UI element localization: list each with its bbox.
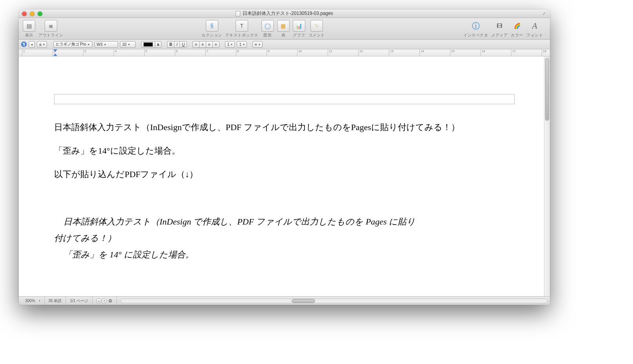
- font-size-select[interactable]: 10: [120, 41, 136, 48]
- close-button[interactable]: [22, 11, 27, 16]
- ruler-tick: 3: [83, 49, 86, 56]
- document-area[interactable]: 日本語斜体入力テスト（InDesignで作成し、PDF ファイルで出力したものを…: [19, 56, 550, 296]
- align-right-button[interactable]: ≡: [206, 41, 212, 48]
- app-window: 日本語斜体入力テスト-20130519-03.pages ⤢ ▤ 表示 ≣ アウ…: [19, 9, 550, 305]
- paragraph-2[interactable]: 「歪み」を14°に設定した場合。: [54, 143, 515, 159]
- font-family-select[interactable]: ヒラギノ角ゴ Pro: [53, 41, 93, 48]
- view-icon: ▤: [27, 23, 32, 29]
- columns-select[interactable]: 1: [237, 41, 247, 48]
- minimize-button[interactable]: [30, 11, 34, 16]
- tb-table[interactable]: ▦ 表: [277, 20, 290, 38]
- style-select[interactable]: a: [37, 41, 47, 48]
- horizontal-scroll-thumb[interactable]: [292, 299, 315, 303]
- ruler-tick: 16: [481, 49, 485, 56]
- status-bar: 300% 35 単語 1/1 ページ ▴ ▾ ⚙: [19, 296, 550, 305]
- page: 日本語斜体入力テスト（InDesignで作成し、PDF ファイルで出力したものを…: [19, 56, 550, 279]
- italic-button[interactable]: I: [174, 41, 180, 48]
- text-color-group: a: [141, 41, 162, 48]
- align-center-button[interactable]: ≡: [199, 41, 206, 48]
- page-down-button[interactable]: ▾: [102, 299, 107, 303]
- ruler-tick: 18: [542, 49, 546, 56]
- ruler-tick: 9: [267, 49, 269, 56]
- align-justify-button[interactable]: ≡: [212, 41, 219, 48]
- zoom-button[interactable]: [38, 11, 42, 16]
- ruler-tick: 6: [175, 49, 178, 56]
- fullscreen-button[interactable]: ⤢: [541, 11, 547, 16]
- page-up-button[interactable]: ▴: [96, 299, 101, 303]
- tb-view[interactable]: ▤ 表示: [23, 20, 35, 38]
- ruler-tick: 12: [358, 49, 363, 56]
- ruler-tick: 4: [114, 49, 116, 56]
- ruler-tick: 5: [144, 49, 147, 56]
- document-icon: [236, 11, 240, 16]
- ruler-tick: 8: [236, 49, 239, 56]
- list-style-select[interactable]: ≡: [252, 41, 263, 48]
- tb-chart[interactable]: 📊 グラフ: [293, 20, 305, 38]
- bold-button[interactable]: B: [167, 41, 174, 48]
- tb-textbox[interactable]: T テキストボックス: [225, 20, 258, 38]
- paragraph-3[interactable]: 以下が貼り込んだPDFファイル（↓）: [54, 166, 515, 183]
- text-color-swatch[interactable]: [141, 41, 155, 48]
- page-indicator[interactable]: 1/1 ページ: [66, 297, 93, 305]
- paragraph-1[interactable]: 日本語斜体入力テスト（InDesignで作成し、PDF ファイルで出力したものを…: [54, 119, 515, 136]
- ruler-tick: 13: [389, 49, 394, 56]
- ruler-tick: 15: [450, 49, 455, 56]
- horizontal-scrollbar[interactable]: [121, 299, 548, 303]
- settings-gear-icon[interactable]: ⚙: [108, 298, 112, 304]
- traffic-lights: [22, 11, 42, 16]
- tb-inspector[interactable]: ⓘ インスペクタ: [463, 20, 488, 38]
- zoom-select[interactable]: 300%: [21, 297, 45, 305]
- tb-fonts[interactable]: A フォント: [526, 20, 543, 38]
- line-spacing-select[interactable]: 1: [225, 41, 235, 48]
- ruler-tick: 14: [419, 49, 424, 56]
- window-title: 日本語斜体入力テスト-20130519-03.pages: [243, 10, 333, 17]
- alignment-group: ≡ ≡ ≡ ≡: [192, 41, 219, 48]
- biu-group: B I U: [167, 41, 187, 48]
- tb-outline[interactable]: ≣ アウトライン: [38, 20, 63, 38]
- main-toolbar: ▤ 表示 ≣ アウトライン § セクション T テキストボックス ◯ 図形 ▦ …: [19, 18, 550, 40]
- tb-comment[interactable]: ✎ コメント: [308, 20, 325, 38]
- italic-paragraph-2[interactable]: 「歪み」を 14° に設定した場合。: [54, 246, 515, 263]
- ruler-tick: 1: [22, 49, 25, 56]
- titlebar: 日本語斜体入力テスト-20130519-03.pages ⤢: [19, 9, 550, 18]
- underline-button[interactable]: U: [180, 41, 187, 48]
- vertical-scrollbar[interactable]: [544, 56, 550, 296]
- tb-colors[interactable]: 🌈 カラー: [511, 20, 523, 38]
- ruler-tick: 11: [328, 49, 332, 56]
- align-left-button[interactable]: ≡: [192, 41, 199, 48]
- format-bar: ¶ ◂ a ヒラギノ角ゴ Pro W3 10 a B I U ≡ ≡ ≡ ≡ 1…: [19, 40, 550, 49]
- ruler-tick: 17: [511, 49, 516, 56]
- paragraph-toggle[interactable]: ¶: [21, 42, 27, 47]
- ruler[interactable]: 123456789101112131415161718: [19, 49, 550, 56]
- font-weight-select[interactable]: W3: [94, 41, 118, 48]
- nav-back[interactable]: ◂: [29, 41, 35, 48]
- outline-icon: ≣: [49, 23, 53, 29]
- italic-paragraph-1a[interactable]: 日本語斜体入力テスト（InDesign で作成し、PDF ファイルで出力したもの…: [54, 214, 515, 230]
- ruler-tick: 7: [205, 49, 208, 56]
- tb-media[interactable]: 🎞 メディア: [491, 20, 508, 38]
- italic-paragraph-1b[interactable]: 付けてみる！）: [54, 230, 515, 246]
- word-count: 35 単語: [45, 297, 66, 305]
- header-placeholder[interactable]: [54, 94, 515, 104]
- ruler-tick: 2: [53, 49, 55, 56]
- ruler-tick: 10: [297, 49, 302, 56]
- vertical-scroll-thumb[interactable]: [545, 58, 549, 121]
- char-color-button[interactable]: a: [155, 41, 162, 48]
- tb-shape[interactable]: ◯ 図形: [261, 20, 274, 38]
- tb-section[interactable]: § セクション: [201, 20, 222, 38]
